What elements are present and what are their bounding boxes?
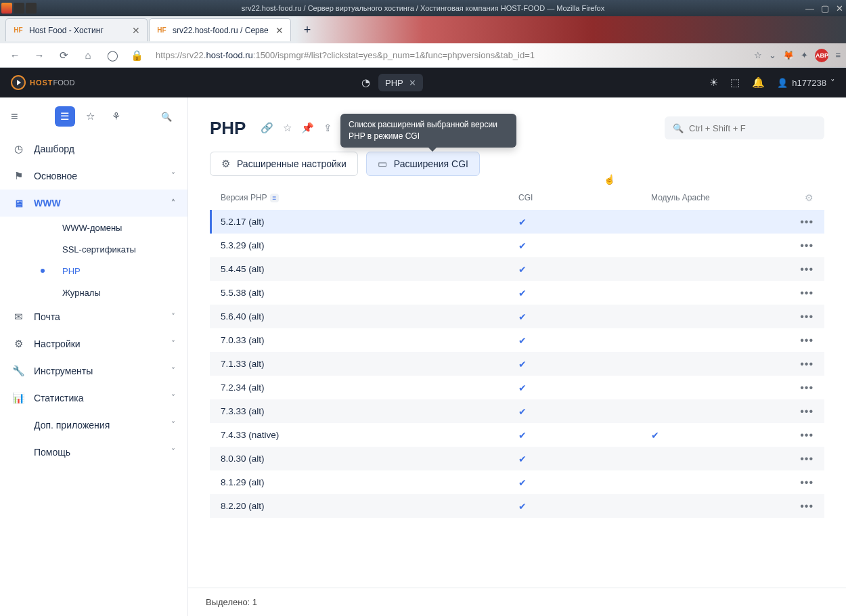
cell-cgi: ✔ [518, 240, 651, 251]
row-actions-icon[interactable]: ••• [800, 263, 814, 275]
sidebar-item[interactable]: 📊Статистика˅ [0, 384, 187, 412]
extension-icon[interactable]: 🦊 [783, 50, 794, 60]
theme-icon[interactable]: ☀ [709, 76, 718, 89]
table-row[interactable]: 8.1.29 (alt) ✔ ••• [210, 470, 824, 494]
tab-close-icon[interactable]: ✕ [275, 25, 284, 36]
export-icon[interactable]: ⇪ [324, 122, 332, 134]
sidebar-item[interactable]: ⚙Настройки˅ [0, 330, 187, 357]
nav-forward-button[interactable]: → [30, 46, 49, 65]
advanced-settings-button[interactable]: ⚙ Расширенные настройки [210, 152, 358, 176]
table-row[interactable]: 7.0.33 (alt) ✔ ••• [210, 328, 824, 352]
row-actions-icon[interactable]: ••• [800, 382, 814, 393]
nav-back-button[interactable]: ← [5, 46, 24, 65]
view-list-button[interactable]: ☰ [55, 106, 75, 127]
app-logo[interactable]: HOSTFOOD [11, 75, 74, 90]
table-row[interactable]: 8.0.30 (alt) ✔ ••• [210, 447, 824, 470]
stats-icon[interactable]: ◔ [361, 76, 370, 89]
bell-icon[interactable]: 🔔 [752, 76, 765, 89]
sidebar-item-dashboard[interactable]: ◷Дашборд [0, 135, 187, 162]
table-row[interactable]: 5.3.29 (alt) ✔ ••• [210, 234, 824, 257]
hamburger-icon[interactable]: ≡ [835, 50, 841, 60]
sidebar-item[interactable]: 🔧Инструменты˅ [0, 357, 187, 384]
row-actions-icon[interactable]: ••• [800, 429, 814, 441]
chevron-icon: ˅ [171, 366, 175, 376]
favicon-icon: HF [13, 25, 24, 36]
titlebar-app-icon [26, 3, 37, 14]
sidebar-search-icon[interactable]: 🔍 [156, 106, 177, 127]
row-actions-icon[interactable]: ••• [800, 240, 814, 251]
shield-icon[interactable]: ◯ [103, 46, 122, 65]
sidebar-toggle-icon[interactable]: ≡ [11, 110, 18, 124]
favorites-icon[interactable]: ☆ [81, 106, 101, 127]
sidebar-subitem[interactable]: SSL-сертификаты [22, 238, 187, 260]
pocket-icon[interactable]: ⌄ [769, 50, 776, 60]
extension-icon[interactable]: ⬚ [730, 76, 740, 89]
cell-version: 7.3.33 (alt) [221, 406, 518, 416]
sidebar-subitem[interactable]: WWW-домены [22, 217, 187, 238]
table-row[interactable]: 7.2.34 (alt) ✔ ••• [210, 376, 824, 399]
row-actions-icon[interactable]: ••• [800, 334, 814, 346]
table-row[interactable]: 7.1.33 (alt) ✔ ••• [210, 352, 824, 376]
sidebar-subitem[interactable]: Журналы [22, 282, 187, 303]
module-icon: ▭ [378, 158, 387, 170]
cgi-extensions-button[interactable]: ▭ Расширения CGI ☝ [366, 152, 480, 176]
sidebar-item[interactable]: Доп. приложения˅ [0, 412, 187, 439]
browser-tab[interactable]: HF Host Food - Хостинг ✕ [5, 18, 148, 41]
browser-tab-active[interactable]: HF srv22.host-food.ru / Серве ✕ [149, 18, 291, 41]
tab-close-icon[interactable]: ✕ [132, 25, 140, 36]
row-actions-icon[interactable]: ••• [800, 216, 814, 227]
chip-close-icon[interactable]: ✕ [409, 78, 416, 88]
row-actions-icon[interactable]: ••• [800, 405, 814, 417]
nav-home-button[interactable]: ⌂ [79, 46, 97, 65]
chevron-icon: ˄ [171, 198, 175, 208]
col-apache[interactable]: Модуль Apache [651, 193, 786, 202]
row-actions-icon[interactable]: ••• [800, 453, 814, 464]
col-version[interactable]: Версия PHP≡ [221, 193, 518, 202]
gear-icon[interactable]: ⚙ [805, 192, 814, 203]
col-cgi[interactable]: CGI [518, 193, 651, 202]
check-icon: ✔ [518, 335, 527, 346]
dot-icon [41, 225, 45, 229]
url-input[interactable]: https://srv22.host-food.ru:1500/ispmgr#/… [152, 46, 749, 65]
sort-icon[interactable]: ≡ [270, 194, 280, 202]
table-row[interactable]: 8.2.20 (alt) ✔ ••• [210, 494, 824, 518]
table-row[interactable]: 5.2.17 (alt) ✔ ••• [210, 210, 824, 234]
page-search[interactable]: 🔍 [665, 116, 824, 139]
table-row[interactable]: 7.3.33 (alt) ✔ ••• [210, 399, 824, 423]
sidebar-subitem[interactable]: PHP [22, 260, 187, 282]
chevron-icon: ˅ [171, 312, 175, 322]
bookmark-star-icon[interactable]: ☆ [754, 50, 762, 60]
table-row[interactable]: 7.4.33 (native) ✔ ✔ ••• [210, 423, 824, 447]
cell-cgi: ✔ [518, 454, 651, 464]
row-actions-icon[interactable]: ••• [800, 358, 814, 370]
table-row[interactable]: 5.5.38 (alt) ✔ ••• [210, 281, 824, 305]
link-icon[interactable]: 🔗 [261, 122, 273, 134]
lock-icon[interactable]: 🔒 [127, 46, 146, 65]
row-actions-icon[interactable]: ••• [800, 477, 814, 488]
row-actions-icon[interactable]: ••• [800, 287, 814, 299]
table-row[interactable]: 5.4.45 (alt) ✔ ••• [210, 257, 824, 281]
new-tab-button[interactable]: + [296, 19, 318, 41]
sidebar-item[interactable]: Помощь˅ [0, 439, 187, 466]
extension-icon[interactable]: ✦ [801, 50, 808, 60]
favorite-icon[interactable]: ☆ [283, 122, 292, 134]
table-row[interactable]: 5.6.40 (alt) ✔ ••• [210, 305, 824, 328]
check-icon: ✔ [518, 477, 527, 488]
tab-chip-php[interactable]: PHP ✕ [378, 74, 423, 91]
search-input[interactable] [689, 123, 816, 133]
sidebar-item[interactable]: 🖥WWW˄ [0, 190, 187, 217]
row-actions-icon[interactable]: ••• [800, 500, 814, 512]
user-menu[interactable]: 👤 h177238 ˅ [777, 78, 835, 88]
window-max-icon[interactable]: ▢ [821, 3, 829, 14]
nav-reload-button[interactable]: ⟳ [54, 46, 73, 65]
tab-label: srv22.host-food.ru / Серве [173, 26, 269, 35]
abp-icon[interactable]: ABP [815, 49, 828, 62]
window-min-icon[interactable]: — [805, 3, 814, 14]
browser-tab-strip: HF Host Food - Хостинг ✕ HF srv22.host-f… [0, 16, 846, 43]
sidebar-item[interactable]: ⚑Основное˅ [0, 162, 187, 190]
sidebar-item[interactable]: ✉Почта˅ [0, 303, 187, 330]
apps-icon[interactable]: ⚘ [106, 106, 127, 127]
window-close-icon[interactable]: ✕ [836, 3, 843, 14]
row-actions-icon[interactable]: ••• [800, 311, 814, 322]
pin-icon[interactable]: 📌 [301, 122, 314, 134]
